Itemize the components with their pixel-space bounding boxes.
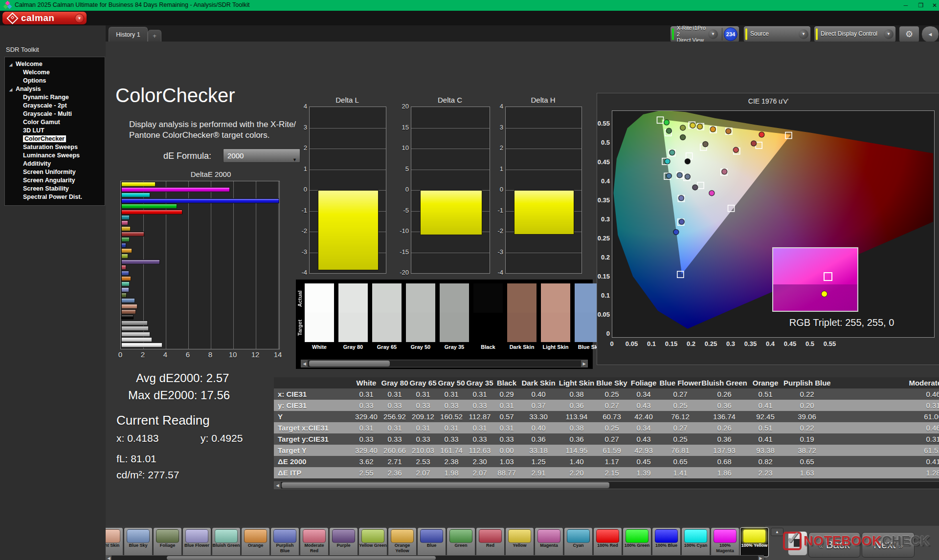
next-button[interactable]: Next »	[862, 532, 915, 558]
chevron-down-icon[interactable]: ▼	[884, 29, 894, 39]
table-scrollbar[interactable]: ◀	[274, 481, 939, 489]
table-cell: 1.39	[628, 467, 659, 478]
patch-button-100-green[interactable]: 100% Green	[623, 527, 651, 557]
x-tick-label: 6	[181, 350, 195, 359]
sidebar-item-welcome[interactable]: Welcome	[5, 68, 105, 77]
chevron-down-icon[interactable]: ▼	[708, 29, 718, 39]
patch-button-100-red[interactable]: 100% Red	[593, 527, 622, 557]
patch-button-green[interactable]: Green	[447, 527, 475, 557]
swatch-gray-35[interactable]: Gray 35	[440, 283, 469, 342]
patch-button-light-skin[interactable]: Light Skin	[106, 527, 123, 557]
sidebar-item-saturation-sweeps[interactable]: Saturation Sweeps	[5, 143, 105, 151]
calman-menu-button[interactable]: calman ▼	[2, 12, 87, 24]
sidebar-item-screen-stability[interactable]: Screen Stability	[5, 185, 105, 193]
de-bar-100-yellow	[121, 182, 156, 187]
scroll-left-icon[interactable]: ◀	[106, 556, 112, 560]
sidebar-item-grayscale-multi[interactable]: Grayscale - Multi	[5, 110, 105, 118]
sidebar-item-additivity[interactable]: Additivity	[5, 160, 105, 168]
table-row: Target x:CIE310.310.310.310.310.310.310.…	[274, 422, 939, 433]
close-icon[interactable]: ✕	[929, 1, 939, 10]
swatch-gray-50[interactable]: Gray 50	[406, 283, 435, 342]
swatch-black[interactable]: Black	[473, 283, 503, 342]
table-header-row: WhiteGray 80Gray 65Gray 50Gray 35BlackDa…	[274, 377, 939, 388]
logo-dropdown-icon[interactable]: ▼	[75, 14, 84, 23]
sidebar-item-options[interactable]: Options	[5, 77, 105, 85]
patch-button-100-yellow[interactable]: 100% Yellow	[740, 527, 769, 557]
cie-measured-dot	[677, 172, 682, 178]
patch-button-label: Green	[447, 543, 475, 548]
patch-button-yellow-green[interactable]: Yellow Green	[358, 527, 387, 557]
patch-bar-scrollbar[interactable]: ◀ ▶	[106, 555, 764, 560]
patch-button-purplish-blue[interactable]: Purplish Blue	[270, 527, 299, 557]
display-control-dropdown[interactable]: Direct Display Control ▼	[814, 26, 896, 43]
patch-button-yellow[interactable]: Yellow	[505, 527, 534, 557]
swatch-light-skin[interactable]: Light Skin	[541, 283, 570, 342]
meter-dropdown[interactable]: X-Rite i1Pro 2 Direct View ▼ 234	[670, 26, 739, 43]
patch-button-blue-flower[interactable]: Blue Flower	[182, 527, 211, 557]
table-cell: 0.65	[783, 456, 830, 467]
tree-item-label: Saturation Sweeps	[23, 144, 78, 151]
de-formula-value: 2000	[227, 151, 244, 160]
swatch-white[interactable]: White	[305, 283, 334, 342]
patch-button-cyan[interactable]: Cyan	[564, 527, 593, 557]
table-cell: 1.40	[558, 456, 596, 467]
sidebar-item-grayscale-2pt[interactable]: Grayscale - 2pt	[5, 102, 105, 110]
patch-button-bluish-green[interactable]: Bluish Green	[212, 527, 241, 557]
sidebar-item-3d-lut[interactable]: 3D LUT	[5, 127, 105, 135]
minimize-icon[interactable]: ─	[900, 1, 912, 10]
patch-list-up-icon[interactable]: ▲	[771, 528, 783, 536]
table-cell: 33.30	[519, 411, 558, 422]
tree-expand-icon[interactable]: ◢	[9, 86, 12, 94]
patch-button-blue-sky[interactable]: Blue Sky	[124, 527, 153, 557]
patch-scroll-thumb[interactable]	[167, 556, 436, 560]
tree-group-analysis[interactable]: ◢Analysis	[5, 85, 105, 93]
cie-y-tick-label: 0	[597, 330, 610, 337]
back-button[interactable]: « Back	[808, 532, 860, 558]
patch-button-foliage[interactable]: Foliage	[153, 527, 182, 557]
swatch-scrollbar[interactable]: ◀▶	[301, 360, 588, 367]
tree-group-welcome[interactable]: ◢Welcome	[5, 60, 105, 68]
scroll-left-icon[interactable]: ◀	[274, 482, 281, 489]
de-bar-100-green	[121, 204, 177, 209]
patch-button-100-cyan[interactable]: 100% Cyan	[681, 527, 710, 557]
scroll-right-icon[interactable]: ▶	[581, 360, 587, 367]
patch-button-label: Light Skin	[106, 543, 123, 548]
source-dropdown[interactable]: Source ▼	[743, 26, 811, 43]
patch-button-purple[interactable]: Purple	[329, 527, 358, 557]
swatch-gray-80[interactable]: Gray 80	[338, 283, 368, 342]
sidebar-item-color-gamut[interactable]: Color Gamut	[5, 118, 105, 127]
column-header: Moderate Red	[830, 377, 939, 388]
swatch-scroll-thumb[interactable]	[309, 361, 390, 366]
scroll-left-icon[interactable]: ◀	[301, 360, 308, 367]
patch-button-100-blue[interactable]: 100% Blue	[652, 527, 681, 557]
patch-button-moderate-red[interactable]: Moderate Red	[300, 527, 329, 557]
patch-button-magenta[interactable]: Magenta	[535, 527, 563, 557]
tree-expand-icon[interactable]: ◢	[9, 61, 12, 69]
patch-button-orange[interactable]: Orange	[241, 527, 270, 557]
swatch-dark-skin[interactable]: Dark Skin	[507, 283, 537, 342]
tab-history-1[interactable]: History 1	[109, 27, 148, 42]
add-tab-button[interactable]: +	[148, 30, 161, 42]
patch-button-100-magenta[interactable]: 100% Magenta	[711, 527, 739, 557]
scroll-right-icon[interactable]: ▶	[758, 556, 763, 560]
meter-count-badge[interactable]: 234	[724, 27, 738, 41]
patch-color-chip	[655, 529, 678, 543]
pattern-window-button[interactable]	[788, 531, 807, 556]
patch-button-orange-yellow[interactable]: Orange Yellow	[388, 527, 417, 557]
table-scroll-thumb[interactable]	[282, 482, 609, 488]
patch-button-red[interactable]: Red	[476, 527, 505, 557]
patch-button-blue[interactable]: Blue	[417, 527, 446, 557]
panel-collapse-icon[interactable]: ◄	[921, 26, 939, 43]
gear-icon[interactable]: ⚙	[899, 26, 919, 43]
sidebar-item-spectral-power-dist-[interactable]: Spectral Power Dist.	[5, 193, 105, 201]
sidebar-item-screen-uniformity[interactable]: Screen Uniformity	[5, 168, 105, 176]
sidebar-item-dynamic-range[interactable]: Dynamic Range	[5, 93, 105, 102]
y-tick-label: 5	[394, 165, 409, 172]
swatch-gray-65[interactable]: Gray 65	[372, 283, 402, 342]
sidebar-item-colorchecker[interactable]: ColorChecker	[5, 135, 105, 143]
chevron-down-icon[interactable]: ▼	[799, 29, 808, 39]
maximize-icon[interactable]: ❐	[915, 1, 927, 10]
sidebar-item-luminance-sweeps[interactable]: Luminance Sweeps	[5, 151, 105, 160]
sidebar-item-screen-angularity[interactable]: Screen Angularity	[5, 176, 105, 185]
de-formula-select[interactable]: 2000 ▼	[223, 149, 300, 163]
